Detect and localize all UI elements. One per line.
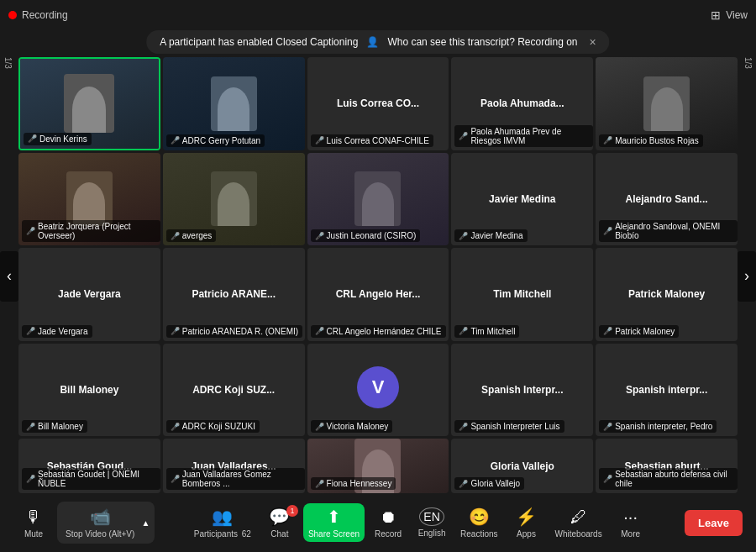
video-cell-10[interactable]: Alejandro Sand... 🎤 Alejandro Sandoval, … [596,153,738,246]
recording-dot [8,11,17,19]
video-cell-17[interactable]: ADRC Koji SUZ... 🎤 ADRC Koji SUZUKI [163,344,305,437]
video-cell-23[interactable]: 🎤 Fiona Hennessey [307,439,449,493]
video-cell-13[interactable]: CRL Angelo Her... 🎤 CRL Angelo Hernández… [307,248,449,341]
video-cell-15[interactable]: Patrick Maloney 🎤 Patrick Maloney [596,248,738,341]
record-button[interactable]: ⏺ Record [368,504,408,542]
chat-label: Chat [270,529,288,539]
apps-button[interactable]: ⚡ Apps [507,503,547,542]
participant-name-19: 🎤 Spanish Interpreter Luis [454,420,564,433]
name-center-9: Javier Medina [486,193,559,205]
nav-next-button[interactable]: › [738,251,756,302]
participant-name-16: 🎤 Bill Maloney [22,420,87,433]
video-cell-11[interactable]: Jade Vergara 🎤 Jade Vergara [18,248,160,341]
whiteboards-button[interactable]: 🖊 Whiteboards [550,504,607,542]
reactions-button[interactable]: 😊 Reactions [455,503,502,542]
apps-label: Apps [517,529,536,539]
mic-icon-1: 🎤 [28,134,37,143]
video-cell-8[interactable]: 🎤 Justin Leonard (CSIRO) [307,153,449,246]
video-cell-3[interactable]: Luis Correa CO... 🎤 Luis Correa CONAF-CH… [307,57,449,150]
caption-banner: A participant has enabled Closed Caption… [146,30,609,54]
caption-close-button[interactable]: × [590,35,596,49]
name-center-4: Paola Ahumada... [477,97,568,109]
mic-icon-18: 🎤 [315,423,324,431]
participants-button[interactable]: 👥 Participants 62 [189,503,256,542]
video-cell-5[interactable]: 🎤 Mauricio Bustos Rojas [596,57,738,150]
video-cell-24[interactable]: Gloria Vallejo 🎤 Gloria Vallejo [451,439,593,493]
video-cell-16[interactable]: Bill Maloney 🎤 Bill Maloney [18,344,160,437]
participant-name-12: 🎤 Patricio ARANEDA R. (ONEMI) [166,325,302,338]
participant-name-17: 🎤 ADRC Koji SUZUKI [166,420,260,433]
video-cell-19[interactable]: Spanish Interpr... 🎤 Spanish Interpreter… [451,344,593,437]
caption-right-text: Who can see this transcript? Recording o… [387,36,577,48]
video-cell-1[interactable]: 🎤 Devin Kerins [18,57,160,150]
participant-name-6: 🎤 Beatriz Jorquera (Project Overseer) [22,220,160,242]
participant-name-24: 🎤 Gloria Vallejo [454,477,524,490]
video-cell-20[interactable]: Spanish interpr... 🎤 Spanish interpreter… [596,344,738,437]
share-screen-icon: ⬆ [327,507,341,527]
participant-name-14: 🎤 Tim Mitchell [454,325,519,338]
toolbar-left-group: 🎙 Mute 📹 Stop Video (Alt+V) ▲ [13,502,155,544]
nav-prev-button[interactable]: ‹ [0,251,18,302]
video-cell-14[interactable]: Tim Mitchell 🎤 Tim Mitchell [451,248,593,341]
caption-person-icon: 👤 [366,36,379,48]
video-cell-4[interactable]: Paola Ahumada... 🎤 Paola Ahumada Prev de… [451,57,593,150]
mic-icon-17: 🎤 [171,423,180,431]
video-cell-7[interactable]: 🎤 averges [163,153,305,246]
video-cell-18[interactable]: V 🎤 Victoria Maloney [307,344,449,437]
more-button[interactable]: ··· More [611,504,651,542]
participant-name-5: 🎤 Mauricio Bustos Rojas [599,134,702,147]
chat-button[interactable]: 💬 Chat 1 [260,503,300,542]
video-cell-9[interactable]: Javier Medina 🎤 Javier Medina [451,153,593,246]
mic-icon-14: 🎤 [459,327,468,335]
participant-name-21: 🎤 Sebastián Goudet | ONEMI ÑUBLE [22,468,160,490]
participant-name-18: 🎤 Victoria Maloney [311,420,393,433]
video-cell-21[interactable]: Sebastián Goud... 🎤 Sebastián Goudet | O… [18,439,160,493]
reactions-icon: 😊 [469,507,490,527]
mic-icon-12: 🎤 [171,327,180,335]
video-cell-6[interactable]: 🎤 Beatriz Jorquera (Project Overseer) [18,153,160,246]
whiteboards-icon: 🖊 [570,507,587,527]
mic-icon-19: 🎤 [459,423,468,431]
leave-button[interactable]: Leave [685,510,743,536]
participant-name-11: 🎤 Jade Vergara [22,325,92,338]
record-label: Record [375,529,402,539]
english-button[interactable]: EN English [412,504,452,541]
mute-button[interactable]: 🎙 Mute [13,504,54,542]
participant-name-9: 🎤 Javier Medina [454,229,527,242]
top-bar-right: ⊞ View [711,8,748,22]
participant-name-10: 🎤 Alejandro Sandoval, ONEMI Biobío [599,220,738,242]
video-cell-25[interactable]: Sebastian aburt... 🎤 Sebastian aburto de… [596,439,738,493]
page-indicator-right: 1/3 [743,57,753,69]
mic-icon-4: 🎤 [459,132,468,140]
mic-icon-24: 🎤 [459,480,468,488]
name-center-17: ADRC Koji SUZ... [189,384,278,396]
caption-left-text: A participant has enabled Closed Caption… [160,36,358,48]
mute-label: Mute [24,529,43,539]
avatar-18: V [357,366,399,408]
share-screen-button[interactable]: ⬆ Share Screen [303,503,365,542]
top-bar: Recording ⊞ View [0,0,756,30]
toolbar: 🎙 Mute 📹 Stop Video (Alt+V) ▲ 👥 Particip… [0,493,756,552]
mic-icon-23: 🎤 [315,480,324,488]
video-caret-button[interactable]: ▲ [139,517,151,529]
participant-name-7: 🎤 averges [166,229,217,242]
video-cell-22[interactable]: Juan Valladares... 🎤 Juan Valladares Gom… [163,439,305,493]
name-center-20: Spanish interpr... [622,384,711,396]
mic-icon-25: 🎤 [603,475,612,483]
toolbar-center-group: 👥 Participants 62 💬 Chat 1 ⬆ Share Scree… [189,503,651,542]
video-cell-2[interactable]: 🎤 ADRC Gerry Potutan [163,57,305,150]
participants-label: Participants 62 [194,529,251,539]
participant-name-4: 🎤 Paola Ahumada Prev de Riesgos IMVM [454,125,593,147]
mic-icon-6: 🎤 [26,227,35,235]
name-center-12: Patricio ARANE... [188,288,279,300]
participant-name-13: 🎤 CRL Angelo Hernández CHILE [311,325,446,338]
stop-video-button[interactable]: 📹 Stop Video (Alt+V) [60,503,139,542]
record-icon: ⏺ [380,507,396,527]
name-center-13: CRL Angelo Her... [333,288,424,300]
video-cell-12[interactable]: Patricio ARANE... 🎤 Patricio ARANEDA R. … [163,248,305,341]
name-center-10: Alejandro Sand... [622,193,711,205]
mic-icon-16: 🎤 [26,423,35,431]
name-center-3: Luis Correa CO... [333,97,423,109]
mic-icon-10: 🎤 [603,227,612,235]
participant-name-20: 🎤 Spanish interpreter, Pedro [599,420,717,433]
